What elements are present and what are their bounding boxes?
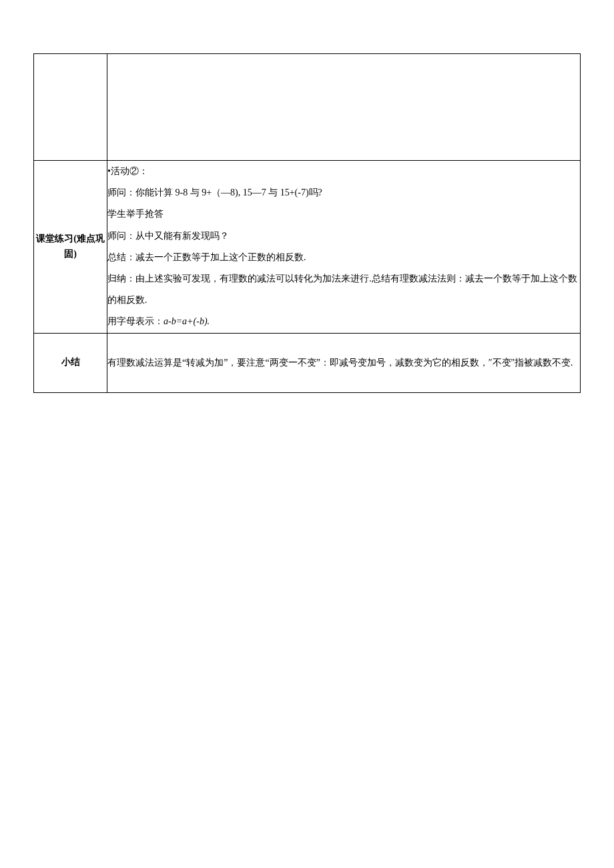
row3-content-cell: 有理数减法运算是“转减为加”，要注意“两变一不变”：即减号变加号，减数变为它的相… bbox=[107, 333, 581, 392]
row1-label-cell bbox=[34, 54, 107, 161]
teacher-question-2: 师问：从中又能有新发现吗？ bbox=[107, 226, 580, 247]
document-wrapper: 课堂练习(难点巩固) •活动②： 师问：你能计算 9-8 与 9+（—8), 1… bbox=[0, 0, 614, 393]
formula-prefix: 用字母表示： bbox=[107, 316, 164, 326]
student-response: 学生举手抢答 bbox=[107, 203, 580, 225]
lesson-plan-table: 课堂练习(难点巩固) •活动②： 师问：你能计算 9-8 与 9+（—8), 1… bbox=[33, 53, 581, 393]
summary-line: 总结：减去一个正数等于加上这个正数的相反数. bbox=[107, 247, 580, 268]
conclusion-text: 有理数减法运算是“转减为加”，要注意“两变一不变”：即减号变加号，减数变为它的相… bbox=[107, 352, 580, 374]
induction-line: 归纳：由上述实验可发现，有理数的减法可以转化为加法来进行.总结有理数减法法则：减… bbox=[107, 268, 580, 311]
row1-content-cell bbox=[107, 54, 581, 161]
row2-label-cell: 课堂练习(难点巩固) bbox=[34, 161, 107, 334]
formula-line: 用字母表示：a-b=a+(-b). bbox=[107, 311, 580, 332]
teacher-question-1: 师问：你能计算 9-8 与 9+（—8), 15—7 与 15+(-7)吗? bbox=[107, 182, 580, 203]
table-row: 小结 有理数减法运算是“转减为加”，要注意“两变一不变”：即减号变加号，减数变为… bbox=[34, 333, 581, 392]
row3-label-text: 小结 bbox=[61, 357, 80, 367]
row2-content-cell: •活动②： 师问：你能计算 9-8 与 9+（—8), 15—7 与 15+(-… bbox=[107, 161, 581, 334]
table-row: 课堂练习(难点巩固) •活动②： 师问：你能计算 9-8 与 9+（—8), 1… bbox=[34, 161, 581, 334]
activity-heading: •活动②： bbox=[107, 161, 580, 182]
formula-expression: a-b=a+(-b). bbox=[164, 316, 210, 326]
row2-label-text: 课堂练习(难点巩固) bbox=[36, 234, 105, 258]
table-row bbox=[34, 54, 581, 161]
row3-label-cell: 小结 bbox=[34, 333, 107, 392]
